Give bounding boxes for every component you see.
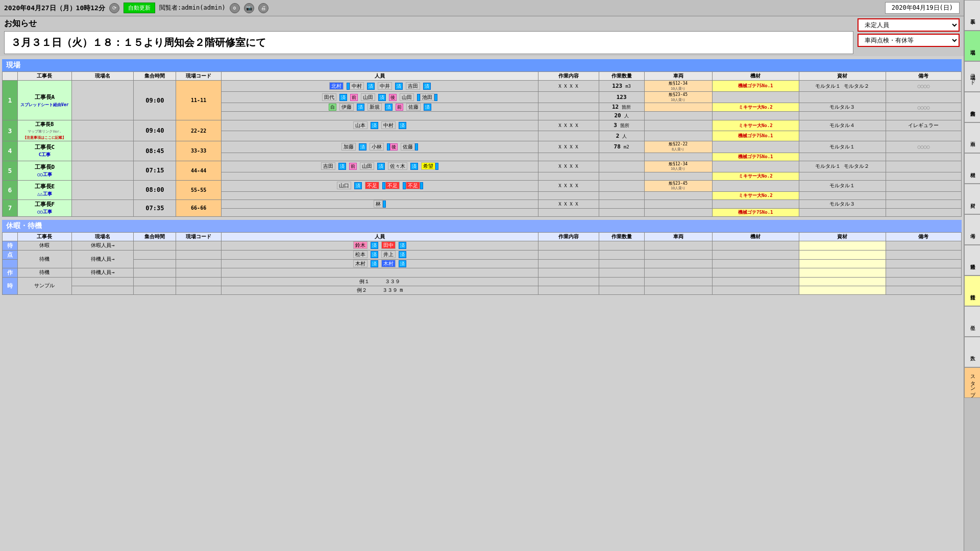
sharyo-6: 般§23-4510人乗り [644,180,712,191]
th-genba: 現場名 [72,72,134,81]
taiki2-biko [886,268,961,277]
sumi-3-1: 済 [371,122,378,129]
shizai-6b [799,191,886,199]
kizai-7 [712,199,799,208]
koji-5: 工事長D○○工事 [17,161,72,180]
sharyo-1c [644,103,712,112]
sagyo-1: ＸＸＸＸ [538,81,599,92]
print-icon[interactable]: 🖨 [258,3,268,13]
biko-7b [886,208,961,216]
prefix-ji1: 自 [329,104,336,111]
auto-update-button[interactable]: 自動更新 [124,3,155,13]
biko-1: ○○○○ [886,81,961,92]
camera-icon[interactable]: 📷 [244,3,254,13]
biko-1c: ○○○○ [886,103,961,112]
th-sagyo: 作業内容 [538,72,599,81]
biko-1d [886,112,961,120]
sample-biko2 [886,286,961,294]
th-sharyo: 車両 [644,72,712,81]
code-1: 11-11 [176,81,222,120]
biko-3: イレギュラー [886,120,961,131]
persons-7-2 [222,208,538,216]
persons-5-1: 吉田 済 前 山田 済 佐々木 済 希望 [222,161,538,172]
row-num-4: 4 [3,141,18,161]
sharyo-4: 般§22-228人乗り [644,141,712,153]
person-fusoku2: 不足 [385,182,400,189]
row-num-3: 3 [3,120,18,141]
sidebar-btn-chokkosha[interactable]: 直行帰社 [964,276,980,306]
kyukyu-row-taiki1: 点 待機 待機人員→ 松本 済 井上 済 [3,250,962,259]
sagyo-4: ＸＸＸＸ [538,141,599,153]
person-kobayashi: 小林 [370,143,384,151]
taiki-genba: 待機人員→ [72,250,134,268]
persons-6-2 [222,191,538,199]
sidebar-btn-kizai[interactable]: 機材 [964,153,980,184]
kyuka-genba: 休暇人員→ [72,241,134,250]
code-6: 55-55 [176,180,222,199]
person-ikeda: 池田 [420,93,434,101]
kth-jinzai: 人員 [222,232,538,241]
suryo-1d: 20 人 [599,112,644,120]
prefix-mae2: 前 [396,104,403,111]
sidebar-btn-ninzu[interactable]: 人数 [964,337,980,367]
sidebar-btn-tani[interactable]: 単位 [964,306,980,337]
sidebar-btn-genba[interactable]: 現場名 [964,31,980,61]
settings-icon[interactable]: ⚙ [230,3,240,13]
row-num-6: 6 [3,180,18,199]
sumi-6: 済 [378,94,386,101]
sidebar-btn-tsukisha[interactable]: 通常帰社 [964,245,980,276]
header-date2: 2020年04月19日(日) [885,2,960,14]
shizai-1c: モルタル３ [799,103,886,112]
sidebar-btn-koji[interactable]: 工事長 [964,0,980,31]
dropdown2[interactable]: 車両点検・有休等 [857,34,960,47]
sidebar-btn-biko[interactable]: 備考 [964,214,980,245]
taiki2-code [176,268,222,277]
kizai-7b: 機械ゴテ75No.1 [712,208,799,216]
shizai-4b [799,153,886,161]
sumi-11: 済 [424,104,431,111]
prefix-go4: 後 [390,143,398,151]
sidebar-btn-shizai[interactable]: 資材 [964,184,980,214]
shizai-3b [799,131,886,141]
persons-3-2 [222,131,538,141]
koji-4: 工事長CC工事 [17,141,72,161]
kyuka-sharyo [644,241,712,250]
sidebar-btn-sharyo[interactable]: 車両 [964,122,980,153]
clock-icon: ⟳ [109,3,119,13]
koji-7: 工事長F○○工事 [17,199,72,216]
sumi-1 [347,83,350,90]
kth-genba: 現場名 [72,232,134,241]
dropdown1[interactable]: 未定人員 [857,18,960,32]
shizai-3: モルタル４ [799,120,886,131]
kth-suryo: 作業数量 [599,232,644,241]
sagyo-7: ＸＸＸＸ [538,199,599,208]
person-kimura2: 木村 [381,260,396,267]
taiki2-sharyo [644,268,712,277]
suryo-1c: 12 箇所 [599,103,644,112]
sumi-4-3 [415,143,418,151]
sidebar-btn-sagyo[interactable]: 作業内容 [964,92,980,122]
row-num-5: 5 [3,161,18,180]
sidebar-btn-code[interactable]: 現場コード [964,61,980,92]
shizai-7b [799,208,886,216]
sagyo-5: ＸＸＸＸ [538,161,599,172]
sumi-6-3 [403,182,406,189]
persons-1-2: 田代 済 前 山田 済 後 山田 池田 [222,92,538,103]
th-shizai: 資材 [799,72,886,81]
kizai-3: ミキサー大No.2 [712,120,799,131]
taiki-suryo2 [599,259,644,268]
sharyo-5b [644,172,712,180]
th-biko: 備考 [886,72,961,81]
kyukyu-header-row: 工事長 現場名 集合時間 現場コード 人員 作業内容 作業数量 車両 機材 資材… [3,232,962,241]
sharyo-6b [644,191,712,199]
sidebar-btn-stamp[interactable]: スタンプ [964,367,980,398]
kyukyu-section-header: 休暇・待機 [2,220,962,232]
person-maeyamada5: 山田 [360,162,374,170]
sample-suryo1 [599,277,644,286]
sample-biko1 [886,277,961,286]
person-suzuki: 鈴木 [353,241,368,249]
suryo-6 [599,180,644,191]
sample-code2 [176,286,222,294]
sample-sagyo2 [538,286,599,294]
genba-3 [72,120,134,141]
